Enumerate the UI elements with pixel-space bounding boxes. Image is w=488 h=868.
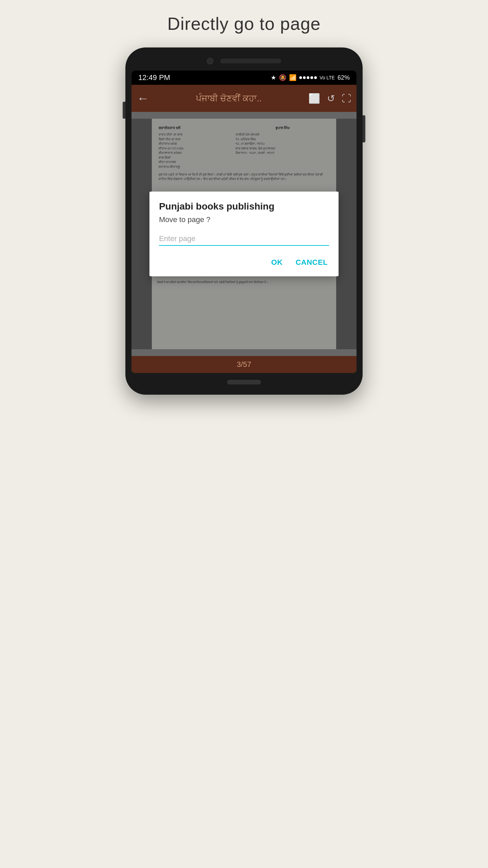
dialog-input-container <box>159 232 329 246</box>
page-indicator: 3/57 <box>237 360 251 369</box>
content-area: ਬਚਾਰੀਸ਼ਕਾਰ ਵਲੋਂ ਰਾਵਤ ਧੀਰਾ ਕਾ ਕਾਲ ਭਿਲਾਂ ਧ… <box>131 119 357 349</box>
status-time: 12:49 PM <box>138 73 170 82</box>
dialog-overlay: Punjabi books publishing Move to page ? … <box>131 119 357 349</box>
phone-frame: 12:49 PM ★ 🔕 📶 Vo LTE 62% <box>125 47 363 395</box>
phone-top-bar <box>131 58 357 71</box>
bluetooth-icon: ★ <box>271 74 276 81</box>
dialog-message: Move to page ? <box>159 215 329 224</box>
dialog-title: Punjabi books publishing <box>159 201 329 212</box>
phone-bottom <box>131 373 357 384</box>
home-button[interactable] <box>227 380 261 384</box>
volume-button <box>123 102 125 119</box>
signal-dots <box>299 76 317 79</box>
app-toolbar: ← ਪੰਜਾਬੀ ਚੋਣਵੀਂ ਕਹਾ.. ⬜ ↺ ⛶ <box>131 85 357 112</box>
status-right-icons: ★ 🔕 📶 Vo LTE 62% <box>271 74 350 81</box>
fullscreen-icon[interactable]: ⛶ <box>342 93 351 104</box>
ok-button[interactable]: OK <box>270 255 284 270</box>
undo-icon[interactable]: ↺ <box>327 93 335 104</box>
mute-icon: 🔕 <box>279 74 286 81</box>
page-number-input[interactable] <box>159 232 329 245</box>
power-button <box>363 115 365 142</box>
speaker-icon <box>220 59 281 63</box>
page-title: Directly go to page <box>167 14 321 34</box>
status-bar: 12:49 PM ★ 🔕 📶 Vo LTE 62% <box>131 71 357 85</box>
back-button[interactable]: ← <box>137 91 149 105</box>
camera-icon <box>207 58 214 64</box>
battery-percent: 62% <box>338 74 350 81</box>
toolbar-actions: ⬜ ↺ ⛶ <box>308 93 351 104</box>
app-bottom-bar: 3/57 <box>131 356 357 373</box>
dialog-box: Punjabi books publishing Move to page ? … <box>149 192 339 276</box>
wifi-icon: 📶 <box>289 74 297 81</box>
cancel-button[interactable]: CANCEL <box>294 255 329 270</box>
dialog-actions: OK CANCEL <box>159 255 329 270</box>
toolbar-title: ਪੰਜਾਬੀ ਚੋਣਵੀਂ ਕਹਾ.. <box>156 93 302 104</box>
phone-screen: 12:49 PM ★ 🔕 📶 Vo LTE 62% <box>131 71 357 373</box>
lte-label: Vo LTE <box>320 75 335 80</box>
page-wrapper: Directly go to page 12:49 PM ★ 🔕 📶 <box>105 14 383 395</box>
bookmark-icon[interactable]: ⬜ <box>308 93 320 104</box>
